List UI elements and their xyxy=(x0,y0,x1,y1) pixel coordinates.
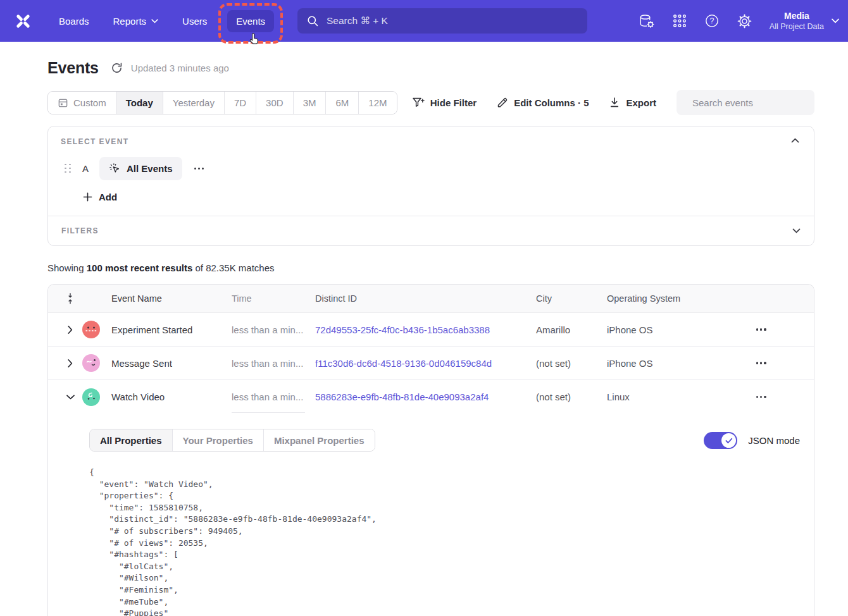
event-city: Amarillo xyxy=(536,324,607,335)
chevron-down-icon xyxy=(66,395,75,400)
help-button[interactable]: ? xyxy=(704,13,720,28)
last-updated-text: Updated 3 minutes ago xyxy=(131,63,229,73)
events-page: Events Updated 3 minutes ago Custom Toda… xyxy=(0,59,848,616)
title-row: Events Updated 3 minutes ago xyxy=(47,59,814,77)
column-header-distinct-id[interactable]: Distinct ID xyxy=(315,293,536,304)
cursor-pointer-icon xyxy=(247,32,261,46)
drag-handle[interactable] xyxy=(65,164,72,174)
results-count: 100 most recent results xyxy=(87,262,193,273)
collapse-row-button[interactable] xyxy=(58,395,82,400)
date-option-12m[interactable]: 12M xyxy=(359,92,396,114)
export-button[interactable]: Export xyxy=(609,97,656,108)
refresh-button[interactable] xyxy=(111,62,123,74)
download-icon xyxy=(609,97,620,108)
calendar-icon xyxy=(58,97,68,108)
date-range-control: Custom Today Yesterday 7D 30D 3M 6M 12M xyxy=(47,91,397,114)
global-search-input[interactable] xyxy=(325,15,578,27)
table-toolbar: Hide Filter Edit Columns · 5 Export xyxy=(412,90,814,115)
event-name: Message Sent xyxy=(111,358,232,369)
select-event-label: SELECT EVENT xyxy=(61,137,801,146)
nav-item-reports[interactable]: Reports xyxy=(104,10,168,32)
properties-tabs: All Properties Your Properties Mixpanel … xyxy=(89,429,375,452)
row-more-options-button[interactable] xyxy=(754,358,769,367)
column-header-event-name[interactable]: Event Name xyxy=(111,293,232,304)
expand-row-button[interactable] xyxy=(58,359,82,367)
mixpanel-logo-icon xyxy=(15,13,31,29)
event-detail-panel: All Properties Your Properties Mixpanel … xyxy=(48,414,814,616)
chevron-right-icon xyxy=(68,359,73,367)
check-icon xyxy=(725,438,733,444)
avatar-face-icon xyxy=(82,354,100,372)
controls-row: Custom Today Yesterday 7D 30D 3M 6M 12M … xyxy=(47,90,814,115)
event-city: (not set) xyxy=(536,391,607,402)
collapse-section-button[interactable] xyxy=(789,135,802,145)
nav-item-boards[interactable]: Boards xyxy=(50,10,98,32)
nav-item-label: Events xyxy=(236,16,265,27)
project-name: Media xyxy=(770,10,824,22)
plus-icon xyxy=(83,192,92,202)
avatar-face-icon xyxy=(82,321,100,338)
series-letter: A xyxy=(81,163,90,174)
column-header-time[interactable]: Time xyxy=(232,293,315,304)
top-navbar: Boards Reports Users Events xyxy=(0,0,848,42)
chevron-down-icon xyxy=(151,19,158,23)
apps-grid-icon xyxy=(672,13,687,28)
mixpanel-logo[interactable] xyxy=(15,13,31,29)
select-event-section: SELECT EVENT A All Events xyxy=(48,126,814,216)
event-selector-chip[interactable]: All Events xyxy=(99,157,182,180)
nav-item-users[interactable]: Users xyxy=(173,10,216,32)
date-option-yesterday[interactable]: Yesterday xyxy=(163,92,225,114)
event-more-options-button[interactable] xyxy=(192,164,207,173)
data-management-button[interactable] xyxy=(638,13,655,29)
date-option-today[interactable]: Today xyxy=(116,92,163,114)
date-option-6m[interactable]: 6M xyxy=(326,92,359,114)
distinct-id-link[interactable]: f11c30d6-dc6d-4518-9136-0d046159c84d xyxy=(315,358,492,369)
project-switcher[interactable]: Media All Project Data xyxy=(770,10,839,32)
query-panel: SELECT EVENT A All Events xyxy=(47,126,814,246)
expand-row-button[interactable] xyxy=(58,326,82,334)
column-header-city[interactable]: City xyxy=(536,293,607,304)
add-event-button[interactable]: Add xyxy=(83,192,117,202)
json-mode-toggle[interactable] xyxy=(704,432,737,449)
project-scope: All Project Data xyxy=(770,22,824,32)
date-option-7d[interactable]: 7D xyxy=(225,92,256,114)
date-option-custom[interactable]: Custom xyxy=(48,92,116,114)
settings-button[interactable] xyxy=(737,13,752,29)
event-name: Experiment Started xyxy=(111,324,232,335)
table-header: Event Name Time Distinct ID City Operati… xyxy=(48,285,814,313)
gear-icon xyxy=(737,13,752,29)
distinct-id-link[interactable]: 5886283e-e9fb-48fb-81de-40e9093a2af4 xyxy=(315,391,489,402)
sort-button[interactable] xyxy=(58,293,82,304)
event-cursor-icon xyxy=(109,163,121,175)
table-row-expanded: Watch Video less than a min... 5886283e-… xyxy=(48,380,814,414)
global-search[interactable] xyxy=(297,8,587,34)
hide-filter-button[interactable]: Hide Filter xyxy=(412,97,477,108)
search-events-box[interactable] xyxy=(677,90,814,115)
date-option-30d[interactable]: 30D xyxy=(256,92,294,114)
row-more-options-button[interactable] xyxy=(754,324,769,334)
pencil-icon xyxy=(497,97,508,108)
filters-section[interactable]: FILTERS xyxy=(48,216,814,245)
refresh-icon xyxy=(111,62,123,74)
row-more-options-button[interactable] xyxy=(754,392,769,402)
nav-item-label: Reports xyxy=(113,16,147,27)
distinct-id-link[interactable]: 72d49553-25fc-4f0c-b436-1b5ac6ab3388 xyxy=(315,324,490,335)
nav-item-label: Boards xyxy=(59,16,89,27)
event-time: less than a min... xyxy=(232,324,315,335)
sort-arrows-icon xyxy=(65,293,75,304)
edit-columns-button[interactable]: Edit Columns · 5 xyxy=(497,97,589,108)
column-header-os[interactable]: Operating System xyxy=(607,293,737,304)
nav-item-events[interactable]: Events xyxy=(227,10,274,32)
event-avatar xyxy=(82,388,100,406)
tab-your-properties[interactable]: Your Properties xyxy=(173,429,264,451)
date-option-3m[interactable]: 3M xyxy=(294,92,327,114)
database-gear-icon xyxy=(638,13,655,29)
chevron-down-icon xyxy=(832,18,839,23)
search-icon xyxy=(307,15,318,27)
filters-label: FILTERS xyxy=(61,226,99,235)
search-events-input[interactable] xyxy=(691,97,820,109)
tab-mixpanel-properties[interactable]: Mixpanel Properties xyxy=(264,429,375,451)
navbar-actions: ? Media All Project Data xyxy=(638,0,839,42)
apps-grid-button[interactable] xyxy=(672,13,687,28)
tab-all-properties[interactable]: All Properties xyxy=(90,429,173,451)
